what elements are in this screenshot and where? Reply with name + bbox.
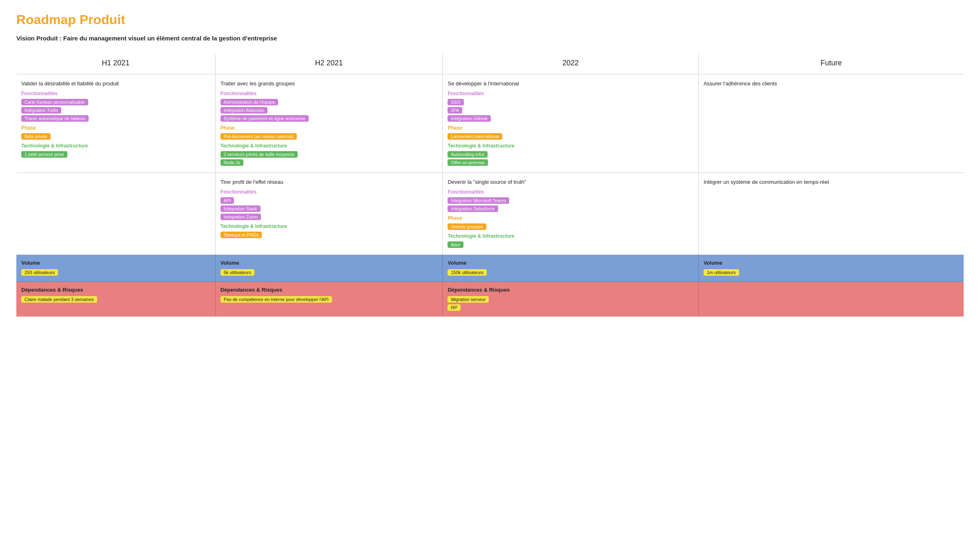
row2: Tirer profit de l'effet réseau Fonctionn…	[16, 173, 964, 255]
row2-col1	[16, 173, 215, 255]
row1: Valider la désirabilité et fiabilité du …	[16, 74, 964, 173]
row2-col2-title: Tirer profit de l'effet réseau	[220, 178, 438, 186]
volume-badge: 150k utilisateurs	[448, 269, 487, 276]
risques-label: Dépendances & Risques	[220, 287, 438, 293]
header-h2: H2 2021	[215, 54, 443, 74]
row1-col1-phase-label: Phase	[21, 125, 210, 131]
row1-col3-tech-label: Technologie & Infrastructure	[448, 143, 693, 149]
row1-col2-tech-badges: 2 serveurs privés de taille moyenne Node…	[220, 150, 438, 167]
row2-col3-phase-badges: Grands groupes	[448, 223, 693, 231]
row1-col1: Valider la désirabilité et fiabilité du …	[16, 74, 215, 173]
row2-col2-tech-label: Technologie & Infrastructure	[220, 223, 438, 229]
badge: SSO	[448, 99, 463, 105]
badge: Système de paiement en ligne autonome	[220, 115, 309, 122]
row2-col2: Tirer profit de l'effet réseau Fonctionn…	[215, 173, 443, 255]
risques-badge: Pas de compétence en interne pour dévelo…	[220, 296, 332, 303]
row1-col1-tech-badges: 1 petit serveur privé	[21, 150, 210, 158]
row1-col4-title: Assurer l'adhérence des clients	[704, 80, 959, 87]
badge: Pré-lancement (au niveau national)	[220, 133, 297, 140]
row1-col2-phase-badges: Pré-lancement (au niveau national)	[220, 132, 438, 141]
row1-col1-title: Valider la désirabilité et fiabilité du …	[21, 80, 210, 87]
row1-col2-fonc-badges: Administration de l'équipe Intégration A…	[220, 98, 438, 123]
row1-col3-phase-badges: Lancement international	[448, 132, 693, 141]
row1-col1-tech-label: Technologie & Infrastructure	[21, 143, 210, 149]
risques-row: Dépendances & Risques Claire malade pend…	[16, 282, 964, 317]
row1-col1-fonc-badges: Carte Kanban personnalisable Intégration…	[21, 98, 210, 123]
volume-badge: 1m utilisateurs	[704, 269, 739, 276]
badge: 2 serveurs privés de taille moyenne	[220, 151, 298, 158]
header-h1: H1 2021	[16, 54, 215, 74]
header-2022: 2022	[443, 54, 698, 74]
row1-col1-fonc-label: Fonctionnalités	[21, 91, 210, 96]
badge: 2FA	[448, 107, 462, 114]
volume-badge: 5k utilisateurs	[220, 269, 254, 276]
badge: Lancement international	[448, 133, 502, 140]
badge: Intégration Atlassian	[220, 107, 267, 114]
risques-col1: Dépendances & Risques Claire malade pend…	[16, 282, 215, 317]
row2-col3-fonc-badges: Intégration Microsoft Teams Intégration …	[448, 196, 693, 213]
risques-col2: Dépendances & Risques Pas de compétence …	[215, 282, 443, 317]
row2-col2-fonc-badges: API Intégration Slack Intégration Zoom	[220, 196, 438, 221]
row2-col2-tech-badges: Startups et PMEs	[220, 231, 438, 239]
column-headers: H1 2021 H2 2021 2022 Future	[16, 54, 964, 74]
row1-col3-fonc-badges: SSO 2FA Intégration GitHub	[448, 98, 693, 123]
volume-label: Volume	[220, 260, 438, 266]
roadmap-table: H1 2021 H2 2021 2022 Future Valider la d…	[16, 54, 964, 317]
header-future: Future	[698, 54, 964, 74]
badge: Autoscaling infra	[448, 151, 487, 158]
row1-col2-phase-label: Phase	[220, 125, 438, 131]
row1-col1-phase-badges: Béta privée	[21, 132, 210, 141]
badge: Carte Kanban personnalisable	[21, 99, 88, 105]
risques-col3: Dépendances & Risques Migration serveur …	[443, 282, 698, 317]
risques-badge: RP	[448, 304, 460, 311]
badge: Intégration Slack	[220, 205, 261, 212]
row2-col4: Intégrer un système de communication en …	[698, 173, 964, 255]
row2-col3-phase-label: Phase	[448, 215, 693, 221]
volume-label: Volume	[448, 260, 693, 266]
vision-statement: Vision Produit : Faire du management vis…	[16, 35, 964, 42]
row1-col2-title: Traiter avec les grands groupes	[220, 80, 438, 87]
badge: Intégration Zoom	[220, 214, 261, 220]
row1-col3-title: Se développer à l'international	[448, 80, 693, 87]
row2-col3-fonc-label: Fonctionnalités	[448, 189, 693, 195]
badge: Intégration GitHub	[448, 115, 490, 122]
row2-col3-tech-badges: Azur	[448, 241, 693, 249]
row1-col2-tech-label: Technologie & Infrastructure	[220, 143, 438, 149]
badge: Startups et PMEs	[220, 232, 262, 238]
row1-col3-phase-label: Phase	[448, 125, 693, 131]
badge: Intégration Salesforce	[448, 205, 498, 212]
badge: 1 petit serveur privé	[21, 151, 67, 158]
row2-col4-title: Intégrer un système de communication en …	[704, 178, 959, 186]
badge: Node.Js	[220, 159, 243, 166]
badge: API	[220, 197, 234, 204]
volume-label: Volume	[21, 260, 210, 266]
row1-col3: Se développer à l'international Fonction…	[443, 74, 698, 173]
row2-col3: Devenir la "single source of truth" Fonc…	[443, 173, 698, 255]
badge: Administration de l'équipe	[220, 99, 278, 105]
row2-col3-tech-label: Technologie & Infrastructure	[448, 233, 693, 239]
page-title: Roadmap Produit	[16, 12, 964, 27]
row1-col2-fonc-label: Fonctionnalités	[220, 91, 438, 96]
risques-badge: Migration serveur	[448, 296, 489, 303]
row2-col3-title: Devenir la "single source of truth"	[448, 178, 693, 186]
volume-badge: 250 utilisateurs	[21, 269, 58, 276]
row2-col2-fonc-label: Fonctionnalités	[220, 189, 438, 195]
volume-col3: Volume 150k utilisateurs	[443, 255, 698, 282]
volume-col2: Volume 5k utilisateurs	[215, 255, 443, 282]
volume-label: Volume	[704, 260, 959, 266]
risques-col4	[698, 282, 964, 317]
badge: Grands groupes	[448, 223, 486, 230]
badge: Azur	[448, 241, 463, 248]
badge: Béta privée	[21, 133, 51, 140]
volume-row: Volume 250 utilisateurs Volume 5k utilis…	[16, 255, 964, 282]
row1-col3-tech-badges: Autoscaling infra Offre on-premise	[448, 150, 693, 167]
risques-label: Dépendances & Risques	[448, 287, 693, 293]
row1-col4: Assurer l'adhérence des clients	[698, 74, 964, 173]
volume-col1: Volume 250 utilisateurs	[16, 255, 215, 282]
row1-col3-fonc-label: Fonctionnalités	[448, 91, 693, 96]
volume-col4: Volume 1m utilisateurs	[698, 255, 964, 282]
badge: Intégration Microsoft Teams	[448, 197, 509, 204]
risques-badge: Claire malade pendant 3 semaines	[21, 296, 97, 303]
badge: Tracer automatique de tableau	[21, 115, 89, 122]
badge: Offre on-premise	[448, 159, 488, 166]
